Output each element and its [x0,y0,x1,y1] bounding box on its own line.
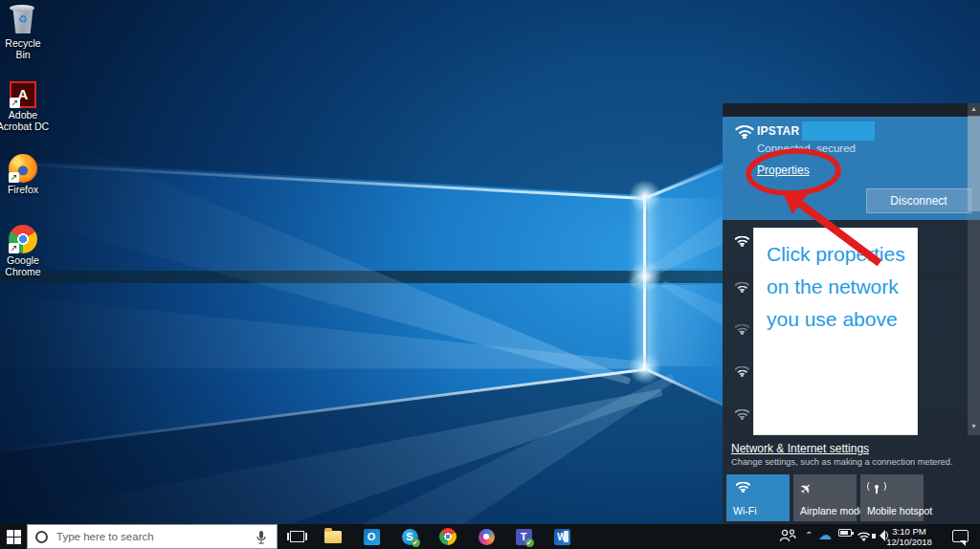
file-explorer-icon [324,531,342,543]
chrome-icon [439,528,457,545]
outlook-button[interactable]: O [362,527,381,546]
desktop-icon-google-chrome[interactable]: ↗ Google Chrome [0,225,46,277]
annotation-text: Click properties on the network you use … [767,238,909,336]
action-center-icon[interactable] [952,530,969,542]
start-button[interactable] [0,524,27,549]
clock-time: 3:10 PM [880,526,938,537]
windows-logo-icon [7,530,21,544]
clock-date: 12/10/2018 [880,537,938,547]
desktop-icon-label: Recycle Bin [0,38,46,60]
wifi-signal-icon [732,123,757,139]
network-internet-settings-link[interactable]: Network & Internet settings [731,442,869,455]
taskbar-clock[interactable]: 3:10 PM 12/10/2018 [880,526,938,547]
scrollbar-thumb[interactable] [968,116,980,211]
status-check-badge: ✓ [525,538,534,547]
skype-button[interactable]: S ✓ [400,527,419,546]
teams-icon: T ✓ [516,529,532,545]
selected-network-item[interactable]: IPSTAR Connected, secured Properties Dis… [723,117,980,220]
annotation-note-box: Click properties on the network you use … [753,228,918,435]
search-input[interactable] [56,526,243,547]
desktop-icon-label: Adobe Acrobat DC [0,110,51,132]
shortcut-arrow-icon: ↗ [10,98,20,108]
word-button[interactable]: W [552,527,571,546]
network-status: Connected, secured [757,143,856,154]
desktop-icon-firefox[interactable]: ↗ Firefox [0,154,46,196]
skype-icon: S ✓ [402,529,418,545]
tile-label: Mobile hotspot [867,505,932,516]
flyout-scrollbar[interactable]: ▲ ▼ [968,103,980,435]
desktop-icon-label: Firefox [0,185,46,196]
scroll-down-icon[interactable]: ▼ [968,423,980,429]
taskbar-search-box[interactable] [27,524,278,549]
hotspot-icon [867,480,886,497]
scroll-up-icon[interactable]: ▲ [968,105,980,112]
chrome-taskbar-button[interactable] [438,527,457,546]
network-name: IPSTAR [757,124,799,138]
people-icon[interactable] [779,529,798,548]
file-explorer-button[interactable] [323,527,343,546]
tile-label: Wi-Fi [733,505,757,516]
battery-icon[interactable] [838,527,858,546]
microphone-icon[interactable] [256,530,267,549]
taskbar: O S ✓ T ✓ W [0,524,980,549]
recycle-bin-icon: ♻ [11,5,35,36]
airplane-icon: ✈ [800,480,813,497]
word-icon: W [554,529,570,545]
paint3d-icon [479,529,495,545]
wifi-icon [733,480,758,497]
disconnect-button[interactable]: Disconnect [866,188,971,213]
paint3d-button[interactable] [477,527,496,546]
shortcut-arrow-icon: ↗ [9,243,19,253]
desktop-icon-adobe-acrobat[interactable]: A ↗ Adobe Acrobat DC [0,81,46,132]
mobile-hotspot-tile[interactable]: Mobile hotspot [860,474,924,521]
outlook-icon: O [364,529,380,545]
desktop-icon-label: Google Chrome [0,255,46,277]
network-name-highlight [802,121,875,141]
wifi-toggle-tile[interactable]: Wi-Fi [726,474,790,521]
desktop-icon-recycle-bin[interactable]: ♻ Recycle Bin [0,5,46,60]
teams-button[interactable]: T ✓ [514,527,533,546]
status-check-badge: ✓ [412,538,420,547]
flyout-top-strip [723,103,980,117]
task-view-button[interactable] [287,527,306,546]
airplane-mode-tile[interactable]: ✈ Airplane mode [793,474,857,521]
properties-link[interactable]: Properties [757,164,810,177]
desktop: ♻ Recycle Bin A ↗ Adobe Acrobat DC ↗ Fir… [0,0,980,549]
shortcut-arrow-icon: ↗ [9,172,19,183]
tile-label: Airplane mode [800,505,865,516]
task-view-icon [290,531,304,542]
cortana-icon [35,531,48,543]
onedrive-cloud-icon[interactable]: ☁ [818,527,837,546]
settings-description: Change settings, such as making a connec… [731,457,953,467]
